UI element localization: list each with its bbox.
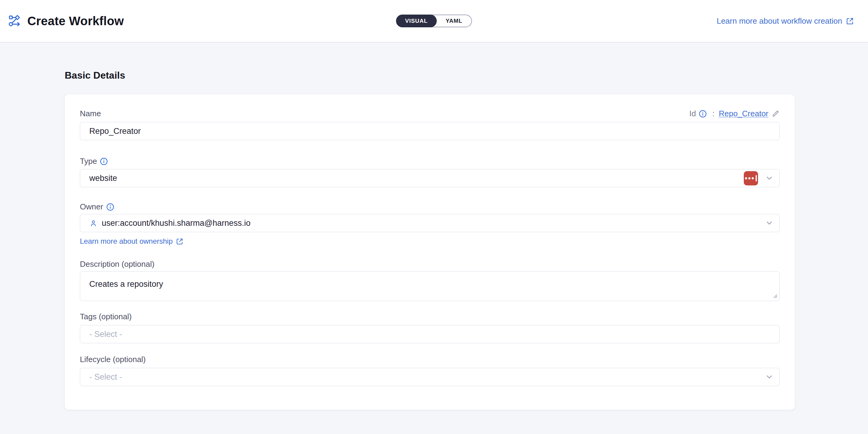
lifecycle-placeholder: - Select - bbox=[89, 372, 765, 382]
password-manager-icon[interactable] bbox=[744, 171, 758, 186]
page-title: Create Workflow bbox=[27, 14, 124, 28]
page-header: Create Workflow VISUAL YAML Learn more a… bbox=[0, 0, 868, 42]
lifecycle-label: Lifecycle (optional) bbox=[80, 355, 780, 364]
id-group: Id : Repo_Creator bbox=[689, 109, 780, 119]
section-title: Basic Details bbox=[65, 70, 868, 81]
owner-label-row: Owner bbox=[80, 202, 780, 211]
type-label: Type bbox=[80, 157, 97, 166]
workflow-icon bbox=[8, 14, 21, 28]
id-value-link[interactable]: Repo_Creator bbox=[719, 109, 768, 119]
user-icon bbox=[89, 219, 97, 227]
toggle-visual[interactable]: VISUAL bbox=[396, 14, 437, 27]
basic-details-card: Name Id : Repo_Creator bbox=[65, 94, 795, 410]
id-separator: : bbox=[712, 109, 714, 119]
info-icon[interactable] bbox=[106, 203, 114, 211]
name-input[interactable] bbox=[80, 122, 780, 140]
id-label: Id bbox=[689, 109, 696, 119]
owner-select[interactable] bbox=[80, 214, 780, 232]
info-icon[interactable] bbox=[699, 110, 707, 118]
lifecycle-select[interactable]: - Select - bbox=[80, 368, 780, 386]
owner-input[interactable] bbox=[97, 219, 765, 228]
owner-label: Owner bbox=[80, 202, 103, 211]
type-value: website bbox=[89, 174, 744, 183]
name-label: Name bbox=[80, 109, 101, 119]
chevron-down-icon[interactable] bbox=[765, 174, 774, 183]
resize-handle-icon[interactable] bbox=[773, 294, 777, 298]
description-textarea[interactable]: Creates a repository bbox=[80, 271, 780, 301]
toggle-yaml[interactable]: YAML bbox=[437, 15, 471, 27]
chevron-down-icon[interactable] bbox=[765, 372, 774, 381]
external-link-icon bbox=[176, 238, 183, 245]
visual-yaml-toggle: VISUAL YAML bbox=[396, 14, 472, 27]
learn-more-workflow-label: Learn more about workflow creation bbox=[717, 16, 842, 26]
info-icon[interactable] bbox=[100, 158, 108, 165]
external-link-icon bbox=[846, 17, 854, 25]
title-group: Create Workflow bbox=[8, 14, 124, 28]
description-label: Description (optional) bbox=[80, 260, 780, 269]
type-select[interactable]: website bbox=[80, 169, 780, 187]
name-id-row: Name Id : Repo_Creator bbox=[80, 109, 780, 119]
edit-icon[interactable] bbox=[771, 109, 780, 118]
learn-more-ownership-link[interactable]: Learn more about ownership bbox=[80, 237, 183, 245]
chevron-down-icon[interactable] bbox=[765, 219, 774, 228]
main-content: Basic Details Name Id : Repo_Creator bbox=[0, 42, 868, 410]
type-label-row: Type bbox=[80, 157, 780, 166]
learn-more-workflow-link[interactable]: Learn more about workflow creation bbox=[717, 16, 854, 26]
tags-label: Tags (optional) bbox=[80, 312, 780, 322]
tags-input[interactable] bbox=[80, 325, 780, 343]
type-select-right bbox=[744, 171, 774, 186]
learn-more-ownership-label: Learn more about ownership bbox=[80, 237, 173, 245]
